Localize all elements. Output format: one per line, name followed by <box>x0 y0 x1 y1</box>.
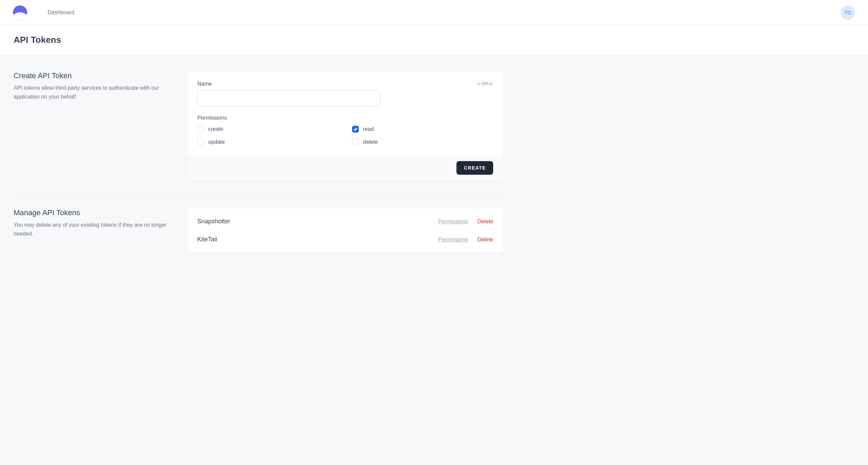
permission-delete: delete <box>352 139 493 145</box>
token-name: KiteTail <box>197 236 217 243</box>
section-description: You may delete any of your existing toke… <box>14 221 177 238</box>
create-button[interactable]: Create <box>456 161 493 175</box>
section-title: Create API Token <box>14 71 177 80</box>
permission-create: create <box>197 126 338 133</box>
watermark-text: mb4.ru <box>481 82 492 85</box>
token-list: SnapshotterPermissionsDeleteKiteTailPerm… <box>197 218 493 243</box>
checkbox-create[interactable] <box>197 126 204 133</box>
card-footer: Create <box>187 155 503 181</box>
page-header: API Tokens <box>0 25 868 56</box>
checkbox-label: delete <box>363 139 378 145</box>
page-title: API Tokens <box>14 35 854 45</box>
section-description: API tokens allow third-party services to… <box>14 84 177 101</box>
permission-update: update <box>197 139 338 145</box>
create-token-section: Create API Token API tokens allow third-… <box>14 71 503 195</box>
token-row: SnapshotterPermissionsDelete <box>197 218 493 230</box>
token-actions: PermissionsDelete <box>438 237 493 243</box>
name-label: Name <box>197 81 493 87</box>
create-token-card: mb4.ru Name Permissions createreadupdate… <box>187 71 503 181</box>
check-icon <box>353 127 357 131</box>
watermark-icon <box>478 82 480 85</box>
token-name: Snapshotter <box>197 218 230 225</box>
checkbox-update[interactable] <box>197 139 204 145</box>
checkbox-delete[interactable] <box>352 139 359 145</box>
section-info: Manage API Tokens You may delete any of … <box>14 208 177 253</box>
permissions-grid: createreadupdatedelete <box>197 126 493 145</box>
checkbox-label: create <box>208 126 223 132</box>
delete-link[interactable]: Delete <box>478 237 493 243</box>
permissions-link[interactable]: Permissions <box>438 237 468 243</box>
permission-read: read <box>352 126 493 133</box>
app-logo-icon[interactable] <box>13 5 27 20</box>
checkbox-label: update <box>208 139 225 145</box>
nav-link-dashboard[interactable]: Dashboard <box>48 10 74 16</box>
permissions-label: Permissions <box>197 115 493 121</box>
checkbox-label: read <box>363 126 374 132</box>
delete-link[interactable]: Delete <box>478 219 493 225</box>
content: Create API Token API tokens allow third-… <box>0 56 517 282</box>
avatar[interactable]: TO <box>841 5 855 20</box>
permissions-block: Permissions createreadupdatedelete <box>197 115 493 145</box>
watermark-badge: mb4.ru <box>475 81 494 86</box>
navbar-left: Dashboard <box>13 5 74 20</box>
token-actions: PermissionsDelete <box>438 219 493 225</box>
permissions-link[interactable]: Permissions <box>438 219 468 225</box>
manage-tokens-section: Manage API Tokens You may delete any of … <box>14 208 503 253</box>
section-info: Create API Token API tokens allow third-… <box>14 71 177 181</box>
navbar: Dashboard TO <box>0 0 868 25</box>
manage-tokens-card: SnapshotterPermissionsDeleteKiteTailPerm… <box>187 208 503 253</box>
section-title: Manage API Tokens <box>14 208 177 217</box>
checkbox-read[interactable] <box>352 126 359 133</box>
name-input[interactable] <box>197 90 381 106</box>
card-body: Name Permissions createreadupdatedelete <box>187 71 503 155</box>
card-body: SnapshotterPermissionsDeleteKiteTailPerm… <box>187 208 503 253</box>
token-row: KiteTailPermissionsDelete <box>197 230 493 243</box>
